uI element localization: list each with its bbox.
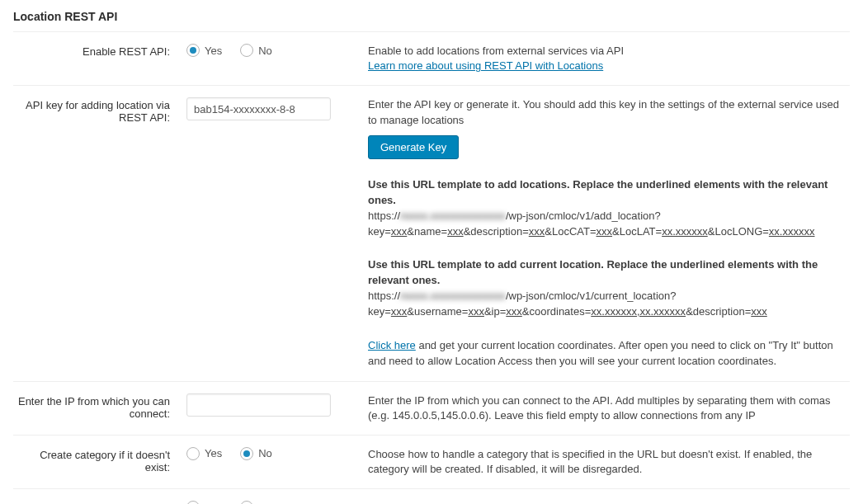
enable-api-radio-group: Yes No — [186, 44, 368, 57]
api-key-input[interactable] — [186, 97, 331, 120]
radio-icon — [240, 44, 253, 57]
url-template-add: https://nxxxx.xxxxxxxxxxxxxx/wp-json/cml… — [368, 210, 814, 238]
radio-label: No — [258, 45, 272, 57]
row-no-dupe: Don't add locations with the same name: … — [13, 488, 850, 504]
enable-api-desc: Enable to add locations from external se… — [368, 44, 850, 59]
radio-icon — [240, 501, 253, 504]
label-api-key: API key for adding location via REST API… — [13, 97, 186, 124]
radio-icon — [186, 501, 200, 504]
row-api-key: API key for adding location via REST API… — [13, 85, 850, 380]
click-here-text: and get your current location coordinate… — [368, 339, 833, 367]
url-template-current-heading: Use this URL template to add current loc… — [368, 258, 818, 286]
no-dupe-yes[interactable]: Yes — [186, 501, 222, 504]
enable-api-yes[interactable]: Yes — [186, 44, 222, 57]
create-category-radio-group: Yes No — [186, 447, 368, 460]
enable-api-no[interactable]: No — [240, 44, 272, 57]
radio-icon — [186, 44, 200, 57]
radio-label: Yes — [205, 447, 222, 459]
label-enable-api: Enable REST API: — [13, 44, 186, 58]
no-dupe-no[interactable]: No — [240, 501, 272, 504]
label-create-category: Create category if it doesn't exist: — [13, 447, 186, 473]
click-here-link[interactable]: Click here — [368, 339, 416, 351]
ip-desc: Enter the IP from which you can connect … — [368, 393, 850, 423]
api-key-desc: Enter the API key or generate it. You sh… — [368, 98, 839, 126]
row-enable-rest-api: Enable REST API: Yes No Enable to add lo… — [13, 31, 850, 85]
ip-input[interactable] — [186, 393, 331, 417]
radio-label: No — [258, 447, 272, 459]
row-ip: Enter the IP from which you can connect:… — [13, 381, 850, 435]
learn-more-link[interactable]: Learn more about using REST API with Loc… — [368, 59, 603, 72]
generate-key-button[interactable]: Generate Key — [368, 135, 459, 159]
create-category-no[interactable]: No — [240, 447, 272, 460]
section-title: Location REST API — [13, 10, 850, 23]
create-category-desc: Choose how to handle a category that is … — [368, 447, 850, 477]
create-category-yes[interactable]: Yes — [186, 447, 222, 460]
label-ip: Enter the IP from which you can connect: — [13, 393, 186, 420]
url-template-add-heading: Use this URL template to add locations. … — [368, 178, 828, 206]
radio-icon — [240, 447, 253, 460]
no-dupe-radio-group: Yes No — [186, 501, 368, 504]
url-template-current: https://nxxxx.xxxxxxxxxxxxxx/wp-json/cml… — [368, 290, 767, 318]
radio-icon — [186, 447, 200, 460]
radio-label: Yes — [205, 45, 222, 57]
no-dupe-desc: Enable to not create locations with the … — [368, 501, 850, 504]
row-create-category: Create category if it doesn't exist: Yes… — [13, 435, 850, 488]
label-no-dupe: Don't add locations with the same name: — [13, 501, 186, 504]
